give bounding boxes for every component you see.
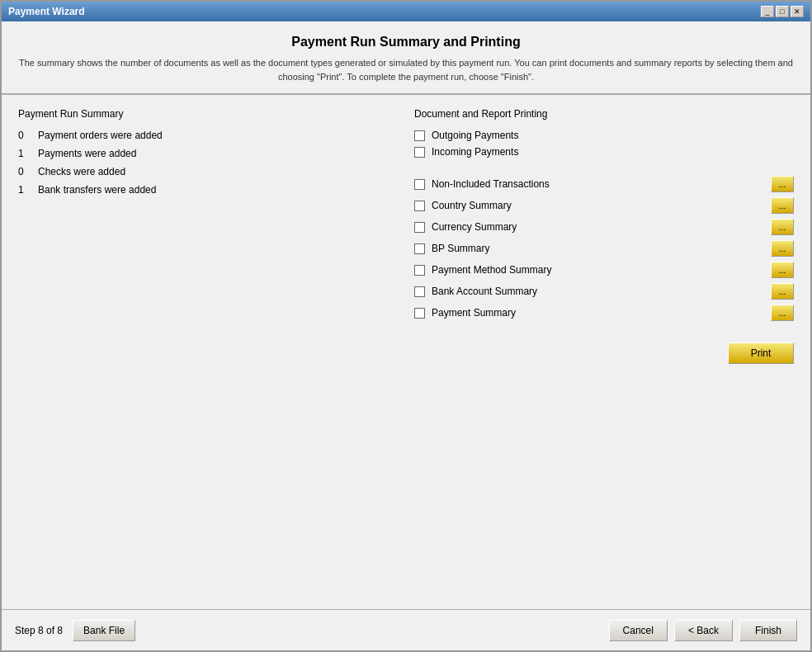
report-row-currency: Currency Summary ... xyxy=(414,219,794,235)
step-indicator: Step 8 of 8 xyxy=(15,625,63,636)
cancel-button[interactable]: Cancel xyxy=(609,620,668,641)
dots-button-currency-summary[interactable]: ... xyxy=(771,219,794,235)
checkbox-non-included[interactable] xyxy=(414,179,425,190)
report-row-bp: BP Summary ... xyxy=(414,240,794,257)
footer: Step 8 of 8 Bank File Cancel < Back Fini… xyxy=(2,609,810,650)
dots-button-country-summary[interactable]: ... xyxy=(771,197,794,214)
footer-left: Step 8 of 8 Bank File xyxy=(15,620,135,641)
dots-button-bank-account-summary[interactable]: ... xyxy=(771,283,794,300)
maximize-button[interactable]: □ xyxy=(776,6,789,17)
label-outgoing-payments: Outgoing Payments xyxy=(432,130,794,141)
left-panel-label: Payment Run Summary xyxy=(18,108,398,120)
window-controls: _ □ ✕ xyxy=(761,6,804,17)
minimize-button[interactable]: _ xyxy=(761,6,774,17)
report-row-payment-method: Payment Method Summary ... xyxy=(414,262,794,278)
dots-button-payment-summary[interactable]: ... xyxy=(771,305,794,321)
checkbox-currency-summary[interactable] xyxy=(414,222,425,233)
title-bar: Payment Wizard _ □ ✕ xyxy=(2,2,810,21)
report-row-payment-summary: Payment Summary ... xyxy=(414,305,794,321)
left-panel: Payment Run Summary 0 Payment orders wer… xyxy=(18,108,398,596)
count-payments: 1 xyxy=(18,148,28,159)
label-payment-method-summary: Payment Method Summary xyxy=(432,264,764,276)
dots-button-non-included[interactable]: ... xyxy=(771,176,794,192)
label-bank-account-summary: Bank Account Summary xyxy=(432,286,764,297)
text-transfers: Bank transfers were added xyxy=(38,184,156,196)
main-section: Payment Run Summary 0 Payment orders wer… xyxy=(2,95,810,609)
label-country-summary: Country Summary xyxy=(432,200,764,211)
page-title: Payment Run Summary and Printing xyxy=(18,35,794,50)
checkbox-bp-summary[interactable] xyxy=(414,243,425,254)
list-item: 0 Payment orders were added xyxy=(18,130,398,141)
close-button[interactable]: ✕ xyxy=(791,6,804,17)
label-bp-summary: BP Summary xyxy=(432,243,764,254)
count-checks: 0 xyxy=(18,166,28,177)
list-item: 0 Checks were added xyxy=(18,166,398,177)
checkbox-incoming-payments[interactable] xyxy=(414,147,425,158)
page-description: The summary shows the number of document… xyxy=(18,56,794,83)
text-checks: Checks were added xyxy=(38,166,125,177)
finish-button[interactable]: Finish xyxy=(739,620,797,641)
dots-button-payment-method-summary[interactable]: ... xyxy=(771,262,794,278)
label-currency-summary: Currency Summary xyxy=(432,221,764,233)
right-panel: Document and Report Printing Outgoing Pa… xyxy=(414,108,794,596)
right-panel-label: Document and Report Printing xyxy=(414,108,794,120)
label-non-included: Non-Included Transactions xyxy=(432,178,764,190)
checkbox-bank-account-summary[interactable] xyxy=(414,286,425,297)
text-payments: Payments were added xyxy=(38,148,136,159)
count-payment-orders: 0 xyxy=(18,130,28,141)
report-row-outgoing: Outgoing Payments xyxy=(414,130,794,141)
checkbox-payment-method-summary[interactable] xyxy=(414,265,425,276)
label-payment-summary: Payment Summary xyxy=(432,307,764,319)
payment-wizard-window: Payment Wizard _ □ ✕ Payment Run Summary… xyxy=(0,0,812,652)
window-content: Payment Run Summary and Printing The sum… xyxy=(2,21,810,609)
list-item: 1 Payments were added xyxy=(18,148,398,159)
footer-right: Cancel < Back Finish xyxy=(609,620,797,641)
checkbox-country-summary[interactable] xyxy=(414,201,425,211)
report-row-non-included: Non-Included Transactions ... xyxy=(414,176,794,192)
checkbox-payment-summary[interactable] xyxy=(414,308,425,319)
dots-button-bp-summary[interactable]: ... xyxy=(771,240,794,257)
report-row-country: Country Summary ... xyxy=(414,197,794,214)
back-button[interactable]: < Back xyxy=(674,620,733,641)
text-payment-orders: Payment orders were added xyxy=(38,130,163,141)
checkbox-outgoing-payments[interactable] xyxy=(414,130,425,141)
report-row-bank-account: Bank Account Summary ... xyxy=(414,283,794,300)
list-item: 1 Bank transfers were added xyxy=(18,184,398,196)
report-row-incoming: Incoming Payments xyxy=(414,146,794,158)
print-button[interactable]: Print xyxy=(728,343,794,364)
print-row: Print xyxy=(414,343,794,364)
header-section: Payment Run Summary and Printing The sum… xyxy=(2,21,810,94)
label-incoming-payments: Incoming Payments xyxy=(432,146,794,158)
count-transfers: 1 xyxy=(18,184,28,196)
window-title: Payment Wizard xyxy=(8,6,85,17)
bank-file-button[interactable]: Bank File xyxy=(73,620,135,641)
